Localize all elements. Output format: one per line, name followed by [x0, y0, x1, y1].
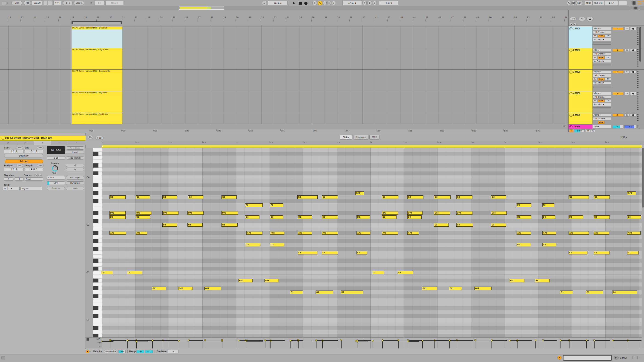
midi-note[interactable]: G#1	[422, 287, 437, 290]
velocity-marker[interactable]	[560, 340, 562, 341]
velocity-marker[interactable]	[372, 340, 374, 342]
record-icon[interactable]	[304, 1, 308, 5]
scale-root-select[interactable]: C ▾	[8, 187, 20, 190]
midi-note[interactable]: C2	[372, 271, 384, 274]
midi-note[interactable]: G3	[407, 195, 424, 199]
piano-key[interactable]	[93, 251, 102, 255]
track-activator-button[interactable]: 2	[612, 49, 623, 52]
start-set-button[interactable]: Set	[16, 146, 23, 149]
punch-out-button[interactable]: /	[372, 1, 377, 5]
midi-note[interactable]: G3	[322, 195, 338, 199]
midi-note[interactable]: G3	[491, 195, 506, 199]
midi-note[interactable]: D#3	[188, 211, 204, 215]
midi-note[interactable]: C2	[398, 271, 413, 274]
arrangement-overview[interactable]	[0, 6, 644, 10]
midi-note[interactable]: D3	[542, 215, 555, 219]
piano-key[interactable]	[93, 152, 102, 156]
velocity-marker[interactable]	[340, 339, 342, 341]
monitor-off-button[interactable]: Off	[605, 56, 611, 59]
duplicate-button[interactable]: Duplicate	[4, 154, 43, 157]
midi-note[interactable]: A#1	[264, 279, 279, 282]
piano-key[interactable]	[93, 279, 102, 283]
scale-icon-box[interactable]: ♭♯	[3, 187, 7, 190]
overdub-button[interactable]: +	[312, 1, 317, 5]
preview-clip-button[interactable]: ▶	[614, 356, 619, 360]
arm-button[interactable]	[630, 49, 636, 52]
midi-note[interactable]: F2	[298, 251, 318, 254]
arm-button[interactable]	[630, 113, 636, 116]
piano-key[interactable]	[93, 330, 102, 334]
midi-note[interactable]: G3	[594, 195, 610, 199]
length-set-button[interactable]: Set	[37, 164, 44, 167]
monitor-in-button[interactable]: In	[593, 78, 597, 80]
sample-rate-field[interactable]: 48.0 kHz	[592, 1, 604, 5]
midi-note[interactable]: F3	[542, 203, 554, 207]
midi-note[interactable]: G2	[516, 243, 531, 246]
midi-note[interactable]: A#2	[270, 231, 284, 235]
signature-numerator-field[interactable]: 4	[4, 177, 13, 181]
link-button[interactable]: Link	[12, 1, 22, 5]
midi-note[interactable]: G#3	[355, 191, 364, 195]
midi-note[interactable]: A#2	[356, 231, 370, 235]
loop-set-button[interactable]: Set	[570, 17, 576, 20]
piano-key[interactable]	[93, 247, 102, 251]
tab-envelopes[interactable]: ◠	[51, 141, 68, 145]
stretch-div2-button[interactable]: /2	[66, 168, 84, 171]
velocity-marker[interactable]	[356, 341, 358, 343]
midi-note[interactable]: D3	[322, 215, 338, 219]
piano-key[interactable]	[93, 318, 102, 322]
track-vertical-scrollbar[interactable]	[640, 27, 641, 62]
scale-name-select[interactable]: Major ▾	[20, 187, 42, 190]
midi-note[interactable]: G3	[110, 195, 126, 199]
commit-groove-button[interactable]: ↻	[34, 174, 38, 177]
piano-key[interactable]	[93, 255, 102, 259]
fit-to-scale-button[interactable]: Fit to Scale	[66, 146, 84, 150]
piano-key[interactable]	[93, 235, 102, 239]
monitor-off-button[interactable]: Off	[605, 78, 611, 80]
midi-channel-select[interactable]: ‖ All Channe▾	[593, 31, 611, 34]
piano-key[interactable]	[93, 334, 102, 338]
clip-title-bar[interactable]: 004 AT Sweet Harmony MIDI - Night Dm	[72, 91, 122, 94]
midi-note[interactable]: A#2	[382, 231, 398, 235]
midi-note[interactable]: C2	[127, 271, 142, 274]
midi-to-select[interactable]: No Output ▾	[593, 60, 611, 63]
midi-note[interactable]: F2	[627, 251, 639, 254]
monitor-auto-button[interactable]: Auto	[598, 56, 605, 59]
midi-note[interactable]: A#1	[238, 279, 252, 282]
half-speed-button[interactable]: H	[586, 129, 590, 132]
punch-loop-length-field[interactable]: 4. 0. 0	[379, 1, 398, 5]
midi-note[interactable]: D#3	[162, 211, 178, 215]
solo-button[interactable]: S	[625, 113, 629, 116]
velocity-marker[interactable]	[238, 340, 240, 341]
piano-key[interactable]	[93, 231, 102, 235]
beat-time-ruler[interactable]: 1213141516171819202122232425262728293031…	[0, 10, 644, 25]
midi-note[interactable]: D3	[245, 215, 260, 219]
piano-key[interactable]	[93, 306, 102, 310]
midi-note[interactable]: A#2	[542, 231, 556, 235]
velocity-marker[interactable]	[264, 340, 266, 341]
midi-note[interactable]: G3	[136, 195, 150, 199]
midi-note[interactable]: D3	[270, 215, 283, 219]
humanize-amount-field[interactable]: 10 %	[47, 181, 65, 185]
punch-loop-start-field[interactable]: 17. 1. 1	[342, 1, 362, 5]
midi-note[interactable]: D#3	[491, 211, 507, 215]
solo-button[interactable]: S	[625, 92, 629, 95]
midi-note[interactable]: C3	[456, 223, 473, 227]
midi-note[interactable]: A#2	[322, 231, 338, 235]
track-name-area[interactable]: ▾5 MIDI	[568, 113, 592, 124]
clip-mini-overview[interactable]	[563, 355, 612, 361]
play-icon[interactable]: ▶	[293, 1, 295, 4]
set-length-button[interactable]: Set Length	[66, 176, 84, 180]
next-marker-button[interactable]: ▸	[574, 23, 576, 26]
midi-note[interactable]: G3	[162, 195, 177, 199]
piano-key[interactable]	[93, 199, 102, 203]
editor-loop-bar[interactable]	[102, 145, 642, 148]
tab-launch[interactable]: ▷	[17, 141, 34, 145]
midi-note[interactable]: A#2	[627, 231, 640, 235]
main-output-select[interactable]: ‖ 1/2 ▾	[593, 125, 611, 128]
midi-note[interactable]: F2	[356, 251, 367, 254]
velocity-marker[interactable]	[449, 340, 450, 341]
tempo-field[interactable]: 120.00	[32, 1, 42, 5]
clip-color-chip[interactable]	[2, 137, 4, 139]
track-header[interactable]: ▾1 MIDIAll Ins ▾‖ All Channe▾InAutoOffNo…	[568, 26, 644, 48]
